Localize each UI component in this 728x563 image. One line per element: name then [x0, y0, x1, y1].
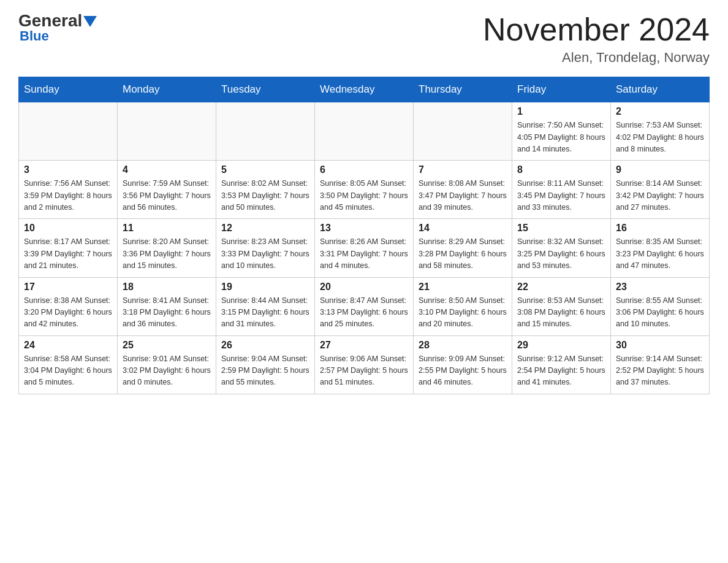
day-info: Sunrise: 8:29 AM Sunset: 3:28 PM Dayligh…	[419, 236, 507, 272]
title-area: November 2024 Alen, Trondelag, Norway	[483, 12, 710, 66]
day-number: 28	[419, 340, 507, 351]
calendar: SundayMondayTuesdayWednesdayThursdayFrid…	[18, 77, 710, 394]
weekday-header-friday: Friday	[512, 77, 611, 102]
day-info: Sunrise: 7:59 AM Sunset: 3:56 PM Dayligh…	[123, 178, 211, 213]
weekday-header-saturday: Saturday	[611, 77, 710, 102]
calendar-cell: 26Sunrise: 9:04 AM Sunset: 2:59 PM Dayli…	[216, 335, 315, 394]
svg-marker-0	[83, 16, 97, 27]
day-number: 17	[24, 282, 112, 293]
day-info: Sunrise: 8:58 AM Sunset: 3:04 PM Dayligh…	[24, 353, 112, 389]
calendar-cell: 16Sunrise: 8:35 AM Sunset: 3:23 PM Dayli…	[611, 219, 710, 277]
calendar-cell: 22Sunrise: 8:53 AM Sunset: 3:08 PM Dayli…	[512, 277, 611, 335]
weekday-header-row: SundayMondayTuesdayWednesdayThursdayFrid…	[19, 77, 710, 102]
calendar-cell: 5Sunrise: 8:02 AM Sunset: 3:53 PM Daylig…	[216, 161, 315, 219]
calendar-cell: 25Sunrise: 9:01 AM Sunset: 3:02 PM Dayli…	[118, 335, 216, 394]
calendar-cell	[216, 102, 315, 161]
day-number: 14	[419, 223, 507, 234]
day-number: 11	[123, 223, 211, 234]
day-number: 26	[221, 340, 309, 351]
logo-text-general: General	[18, 12, 82, 29]
day-number: 13	[320, 223, 408, 234]
day-info: Sunrise: 8:38 AM Sunset: 3:20 PM Dayligh…	[24, 295, 112, 331]
week-row-5: 24Sunrise: 8:58 AM Sunset: 3:04 PM Dayli…	[19, 335, 710, 394]
day-number: 4	[123, 164, 211, 175]
calendar-cell	[414, 102, 512, 161]
week-row-1: 1Sunrise: 7:50 AM Sunset: 4:05 PM Daylig…	[19, 102, 710, 161]
day-info: Sunrise: 8:20 AM Sunset: 3:36 PM Dayligh…	[123, 236, 211, 272]
day-number: 30	[616, 340, 704, 351]
calendar-cell: 3Sunrise: 7:56 AM Sunset: 3:59 PM Daylig…	[19, 161, 118, 219]
week-row-3: 10Sunrise: 8:17 AM Sunset: 3:39 PM Dayli…	[19, 219, 710, 277]
calendar-cell: 11Sunrise: 8:20 AM Sunset: 3:36 PM Dayli…	[118, 219, 216, 277]
calendar-cell: 2Sunrise: 7:53 AM Sunset: 4:02 PM Daylig…	[611, 102, 710, 161]
calendar-cell: 17Sunrise: 8:38 AM Sunset: 3:20 PM Dayli…	[19, 277, 118, 335]
day-info: Sunrise: 9:14 AM Sunset: 2:52 PM Dayligh…	[616, 353, 704, 389]
day-info: Sunrise: 8:32 AM Sunset: 3:25 PM Dayligh…	[517, 236, 605, 272]
calendar-cell: 20Sunrise: 8:47 AM Sunset: 3:13 PM Dayli…	[315, 277, 414, 335]
logo-triangle-icon	[83, 16, 97, 27]
calendar-cell: 6Sunrise: 8:05 AM Sunset: 3:50 PM Daylig…	[315, 161, 414, 219]
day-info: Sunrise: 8:11 AM Sunset: 3:45 PM Dayligh…	[517, 178, 605, 213]
calendar-cell: 4Sunrise: 7:59 AM Sunset: 3:56 PM Daylig…	[118, 161, 216, 219]
calendar-cell: 29Sunrise: 9:12 AM Sunset: 2:54 PM Dayli…	[512, 335, 611, 394]
day-number: 10	[24, 223, 112, 234]
day-info: Sunrise: 8:53 AM Sunset: 3:08 PM Dayligh…	[517, 295, 605, 331]
day-info: Sunrise: 7:53 AM Sunset: 4:02 PM Dayligh…	[616, 120, 704, 155]
day-number: 25	[123, 340, 211, 351]
weekday-header-tuesday: Tuesday	[216, 77, 315, 102]
day-number: 8	[517, 164, 605, 175]
day-number: 23	[616, 282, 704, 293]
calendar-cell: 8Sunrise: 8:11 AM Sunset: 3:45 PM Daylig…	[512, 161, 611, 219]
calendar-cell	[315, 102, 414, 161]
calendar-cell: 9Sunrise: 8:14 AM Sunset: 3:42 PM Daylig…	[611, 161, 710, 219]
day-number: 7	[419, 164, 507, 175]
day-info: Sunrise: 8:41 AM Sunset: 3:18 PM Dayligh…	[123, 295, 211, 331]
day-info: Sunrise: 9:01 AM Sunset: 3:02 PM Dayligh…	[123, 353, 211, 389]
day-info: Sunrise: 8:05 AM Sunset: 3:50 PM Dayligh…	[320, 178, 408, 213]
calendar-cell: 14Sunrise: 8:29 AM Sunset: 3:28 PM Dayli…	[414, 219, 512, 277]
day-info: Sunrise: 9:04 AM Sunset: 2:59 PM Dayligh…	[221, 353, 309, 389]
day-number: 18	[123, 282, 211, 293]
weekday-header-wednesday: Wednesday	[315, 77, 414, 102]
weekday-header-thursday: Thursday	[414, 77, 512, 102]
calendar-cell: 10Sunrise: 8:17 AM Sunset: 3:39 PM Dayli…	[19, 219, 118, 277]
weekday-header-monday: Monday	[118, 77, 216, 102]
day-info: Sunrise: 8:14 AM Sunset: 3:42 PM Dayligh…	[616, 178, 704, 213]
day-number: 15	[517, 223, 605, 234]
day-info: Sunrise: 9:06 AM Sunset: 2:57 PM Dayligh…	[320, 353, 408, 389]
day-info: Sunrise: 8:26 AM Sunset: 3:31 PM Dayligh…	[320, 236, 408, 272]
header: General Blue November 2024 Alen, Trondel…	[18, 12, 710, 66]
calendar-cell: 19Sunrise: 8:44 AM Sunset: 3:15 PM Dayli…	[216, 277, 315, 335]
day-number: 2	[616, 106, 704, 117]
day-number: 1	[517, 106, 605, 117]
calendar-cell	[19, 102, 118, 161]
calendar-cell: 1Sunrise: 7:50 AM Sunset: 4:05 PM Daylig…	[512, 102, 611, 161]
day-number: 19	[221, 282, 309, 293]
day-number: 6	[320, 164, 408, 175]
logo: General Blue	[18, 12, 97, 44]
day-number: 12	[221, 223, 309, 234]
calendar-cell: 7Sunrise: 8:08 AM Sunset: 3:47 PM Daylig…	[414, 161, 512, 219]
month-title: November 2024	[483, 12, 710, 47]
week-row-2: 3Sunrise: 7:56 AM Sunset: 3:59 PM Daylig…	[19, 161, 710, 219]
day-info: Sunrise: 8:23 AM Sunset: 3:33 PM Dayligh…	[221, 236, 309, 272]
day-info: Sunrise: 8:47 AM Sunset: 3:13 PM Dayligh…	[320, 295, 408, 331]
day-info: Sunrise: 8:35 AM Sunset: 3:23 PM Dayligh…	[616, 236, 704, 272]
calendar-cell: 13Sunrise: 8:26 AM Sunset: 3:31 PM Dayli…	[315, 219, 414, 277]
day-info: Sunrise: 8:55 AM Sunset: 3:06 PM Dayligh…	[616, 295, 704, 331]
day-number: 29	[517, 340, 605, 351]
calendar-cell: 24Sunrise: 8:58 AM Sunset: 3:04 PM Dayli…	[19, 335, 118, 394]
day-number: 20	[320, 282, 408, 293]
calendar-cell: 23Sunrise: 8:55 AM Sunset: 3:06 PM Dayli…	[611, 277, 710, 335]
day-info: Sunrise: 9:12 AM Sunset: 2:54 PM Dayligh…	[517, 353, 605, 389]
day-info: Sunrise: 8:50 AM Sunset: 3:10 PM Dayligh…	[419, 295, 507, 331]
day-info: Sunrise: 8:08 AM Sunset: 3:47 PM Dayligh…	[419, 178, 507, 213]
day-number: 24	[24, 340, 112, 351]
day-info: Sunrise: 9:09 AM Sunset: 2:55 PM Dayligh…	[419, 353, 507, 389]
day-number: 9	[616, 164, 704, 175]
day-info: Sunrise: 8:02 AM Sunset: 3:53 PM Dayligh…	[221, 178, 309, 213]
day-info: Sunrise: 7:56 AM Sunset: 3:59 PM Dayligh…	[24, 178, 112, 213]
calendar-cell: 15Sunrise: 8:32 AM Sunset: 3:25 PM Dayli…	[512, 219, 611, 277]
weekday-header-sunday: Sunday	[19, 77, 118, 102]
day-number: 27	[320, 340, 408, 351]
